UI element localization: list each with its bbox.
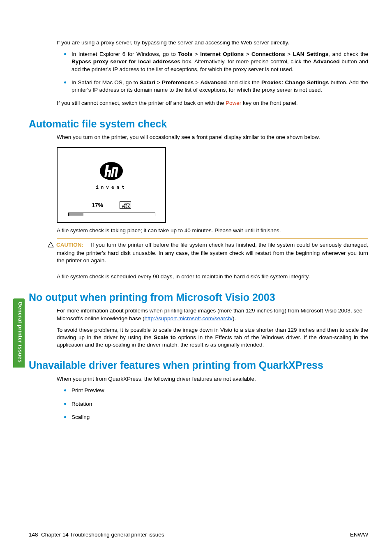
text: LAN Settings — [293, 51, 329, 57]
text: FSCK — [121, 205, 130, 208]
text: Scale to — [154, 334, 176, 340]
progress-percent: 17% — [92, 201, 103, 209]
ms-support-link[interactable]: http://support.microsoft.com/search/ — [144, 315, 233, 321]
text: Proxies: Change Settings — [261, 79, 329, 86]
visio-paragraph-2: To avoid these problems, it is possible … — [57, 326, 368, 349]
text: ). — [233, 315, 236, 321]
caution-icon — [48, 242, 54, 250]
text: > — [192, 51, 200, 57]
quark-paragraph: When you print from QuarkXPress, the fol… — [57, 375, 368, 383]
caution-box: CAUTION: If you turn the printer off bef… — [57, 238, 368, 268]
list-item: In Safari for Mac OS, go to Safari > Pre… — [57, 79, 368, 94]
intro-paragraph: If you are using a proxy server, try byp… — [57, 39, 368, 46]
text: > — [285, 51, 293, 57]
still-cannot-paragraph: If you still cannot connect, switch the … — [57, 99, 368, 107]
heading-quarkxpress: Unavailable driver features when printin… — [29, 359, 368, 371]
quark-features-list: Print Preview Rotation Scaling — [57, 387, 368, 421]
side-tab: General printer issues — [13, 298, 25, 368]
progress-bar-fill — [69, 213, 83, 216]
list-item: Scaling — [57, 414, 368, 421]
afsc-paragraph-1: When you turn on the printer, you will o… — [57, 134, 368, 141]
text: In Internet Explorer 6 for Windows, go t… — [71, 51, 178, 57]
footer-right: ENWW — [350, 531, 368, 539]
heading-no-output-visio: No output when printing from Microsoft V… — [29, 291, 368, 303]
text: 27% — [121, 202, 130, 205]
text: , and check the — [328, 51, 368, 57]
text: Advanced — [313, 58, 340, 65]
text: key on the front panel. — [241, 100, 297, 106]
afsc-paragraph-2: A file system check is taking place; it … — [57, 227, 368, 234]
list-item: In Internet Explorer 6 for Windows, go t… — [57, 51, 368, 73]
text: Preferences — [162, 79, 194, 86]
caution-text: If you turn the printer off before the f… — [57, 242, 368, 264]
heading-automatic-fsck: Automatic file system check — [29, 118, 368, 130]
chapter-title: Chapter 14 Troubleshooting general print… — [41, 532, 164, 538]
text: and click the — [227, 79, 261, 86]
list-item: Rotation — [57, 400, 368, 408]
text: > — [155, 79, 162, 86]
footer: 148 Chapter 14 Troubleshooting general p… — [29, 531, 368, 539]
afsc-paragraph-3: A file system check is scheduled every 9… — [57, 273, 368, 280]
caution-label: CAUTION: — [56, 242, 83, 248]
list-item: Print Preview — [57, 387, 368, 394]
svg-point-0 — [100, 162, 123, 180]
progress-bar — [68, 213, 155, 216]
text: In Safari for Mac OS, go to — [71, 79, 140, 86]
invent-text: invent — [58, 185, 165, 191]
page-number: 148 — [29, 532, 38, 538]
power-key-text: Power — [226, 100, 241, 106]
text: > — [194, 79, 200, 86]
caution-text — [85, 242, 91, 248]
visio-paragraph-1: For more information about problems when… — [57, 307, 368, 322]
text: Safari — [140, 79, 155, 86]
text: Connections — [251, 51, 285, 57]
text: Tools — [178, 51, 192, 57]
text: Advanced — [200, 79, 227, 86]
text: If you still cannot connect, switch the … — [57, 100, 226, 106]
text: > — [244, 51, 251, 57]
text: box. Alternatively, for more precise con… — [180, 58, 313, 65]
hp-logo-icon — [99, 161, 123, 183]
text: Bypass proxy server for local addresses — [71, 58, 180, 65]
proxy-bullet-list: In Internet Explorer 6 for Windows, go t… — [57, 51, 368, 94]
front-panel-display: invent 17% 27% FSCK — [57, 147, 166, 223]
fsck-badge: 27% FSCK — [120, 201, 131, 209]
text: Internet Options — [200, 51, 244, 57]
